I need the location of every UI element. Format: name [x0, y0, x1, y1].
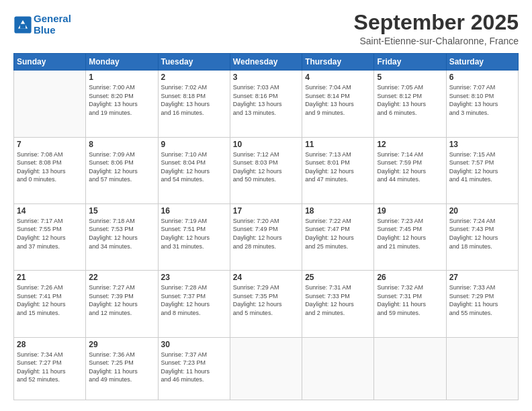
day-number: 14 [17, 206, 83, 216]
day-detail: Sunrise: 7:20 AMSunset: 7:49 PMDaylight:… [233, 217, 299, 250]
table-row: 18Sunrise: 7:22 AMSunset: 7:47 PMDayligh… [302, 203, 374, 270]
day-number: 24 [233, 273, 299, 282]
table-row: 25Sunrise: 7:31 AMSunset: 7:33 PMDayligh… [302, 271, 374, 337]
day-number: 27 [449, 273, 515, 282]
day-detail: Sunrise: 7:34 AMSunset: 7:27 PMDaylight:… [17, 351, 83, 384]
location: Saint-Etienne-sur-Chalaronne, France [354, 36, 519, 46]
table-row: 3Sunrise: 7:03 AMSunset: 8:16 PMDaylight… [230, 71, 302, 137]
table-row: 23Sunrise: 7:28 AMSunset: 7:37 PMDayligh… [158, 271, 230, 337]
table-row [230, 337, 302, 400]
col-friday: Friday [374, 54, 446, 71]
day-detail: Sunrise: 7:08 AMSunset: 8:08 PMDaylight:… [17, 150, 83, 184]
table-row: 26Sunrise: 7:32 AMSunset: 7:31 PMDayligh… [374, 271, 446, 337]
logo-icon [13, 15, 32, 34]
day-detail: Sunrise: 7:10 AMSunset: 8:04 PMDaylight:… [161, 150, 227, 184]
day-detail: Sunrise: 7:19 AMSunset: 7:51 PMDaylight:… [161, 217, 227, 250]
table-row: 1Sunrise: 7:00 AMSunset: 8:20 PMDaylight… [86, 71, 158, 137]
table-row: 6Sunrise: 7:07 AMSunset: 8:10 PMDaylight… [446, 71, 518, 137]
day-number: 11 [305, 140, 371, 149]
table-row: 28Sunrise: 7:34 AMSunset: 7:27 PMDayligh… [14, 337, 86, 400]
day-number: 5 [377, 73, 443, 82]
header: General Blue September 2025 Saint-Etienn… [13, 11, 519, 46]
svg-rect-2 [20, 24, 26, 28]
day-number: 3 [233, 73, 299, 82]
table-row: 4Sunrise: 7:04 AMSunset: 8:14 PMDaylight… [302, 71, 374, 137]
day-detail: Sunrise: 7:33 AMSunset: 7:29 PMDaylight:… [449, 283, 515, 317]
col-tuesday: Tuesday [158, 54, 230, 71]
day-number: 25 [305, 273, 371, 282]
title-block: September 2025 Saint-Etienne-sur-Chalaro… [354, 11, 519, 46]
day-number: 15 [89, 206, 154, 216]
table-row: 13Sunrise: 7:15 AMSunset: 7:57 PMDayligh… [446, 137, 518, 203]
day-number: 29 [89, 340, 154, 349]
day-detail: Sunrise: 7:00 AMSunset: 8:20 PMDaylight:… [89, 83, 154, 117]
table-row: 5Sunrise: 7:05 AMSunset: 8:12 PMDaylight… [374, 71, 446, 137]
day-detail: Sunrise: 7:12 AMSunset: 8:03 PMDaylight:… [233, 150, 299, 184]
table-row [14, 71, 86, 137]
table-row: 11Sunrise: 7:13 AMSunset: 8:01 PMDayligh… [302, 137, 374, 203]
logo-text: General Blue [34, 13, 71, 36]
month-title: September 2025 [354, 11, 519, 34]
day-number: 18 [305, 206, 371, 216]
day-detail: Sunrise: 7:03 AMSunset: 8:16 PMDaylight:… [233, 83, 299, 117]
table-row: 8Sunrise: 7:09 AMSunset: 8:06 PMDaylight… [86, 137, 158, 203]
day-detail: Sunrise: 7:26 AMSunset: 7:41 PMDaylight:… [17, 283, 83, 317]
day-number: 26 [377, 273, 443, 282]
table-row: 10Sunrise: 7:12 AMSunset: 8:03 PMDayligh… [230, 137, 302, 203]
day-detail: Sunrise: 7:28 AMSunset: 7:37 PMDaylight:… [161, 283, 227, 317]
day-number: 28 [17, 340, 83, 349]
day-detail: Sunrise: 7:02 AMSunset: 8:18 PMDaylight:… [161, 83, 227, 117]
day-number: 13 [449, 140, 515, 149]
table-row: 17Sunrise: 7:20 AMSunset: 7:49 PMDayligh… [230, 203, 302, 270]
day-detail: Sunrise: 7:32 AMSunset: 7:31 PMDaylight:… [377, 283, 443, 317]
table-row: 22Sunrise: 7:27 AMSunset: 7:39 PMDayligh… [86, 271, 158, 337]
table-row: 19Sunrise: 7:23 AMSunset: 7:45 PMDayligh… [374, 203, 446, 270]
table-row [446, 337, 518, 400]
table-row [302, 337, 374, 400]
col-thursday: Thursday [302, 54, 374, 71]
table-row: 15Sunrise: 7:18 AMSunset: 7:53 PMDayligh… [86, 203, 158, 270]
table-row: 9Sunrise: 7:10 AMSunset: 8:04 PMDaylight… [158, 137, 230, 203]
day-number: 2 [161, 73, 227, 82]
day-detail: Sunrise: 7:15 AMSunset: 7:57 PMDaylight:… [449, 150, 515, 184]
day-number: 20 [449, 206, 515, 216]
day-detail: Sunrise: 7:22 AMSunset: 7:47 PMDaylight:… [305, 217, 371, 250]
day-number: 21 [17, 273, 83, 282]
day-number: 9 [161, 140, 227, 149]
day-number: 12 [377, 140, 443, 149]
day-detail: Sunrise: 7:27 AMSunset: 7:39 PMDaylight:… [89, 283, 154, 317]
day-number: 1 [89, 73, 154, 82]
col-monday: Monday [86, 54, 158, 71]
day-number: 17 [233, 206, 299, 216]
day-number: 22 [89, 273, 154, 282]
calendar-table: Sunday Monday Tuesday Wednesday Thursday… [13, 53, 519, 400]
day-number: 30 [161, 340, 227, 349]
day-detail: Sunrise: 7:09 AMSunset: 8:06 PMDaylight:… [89, 150, 154, 184]
col-wednesday: Wednesday [230, 54, 302, 71]
day-detail: Sunrise: 7:07 AMSunset: 8:10 PMDaylight:… [449, 83, 515, 117]
day-detail: Sunrise: 7:29 AMSunset: 7:35 PMDaylight:… [233, 283, 299, 317]
day-detail: Sunrise: 7:37 AMSunset: 7:23 PMDaylight:… [161, 351, 227, 384]
table-row: 7Sunrise: 7:08 AMSunset: 8:08 PMDaylight… [14, 137, 86, 203]
day-number: 6 [449, 73, 515, 82]
col-sunday: Sunday [14, 54, 86, 71]
day-detail: Sunrise: 7:04 AMSunset: 8:14 PMDaylight:… [305, 83, 371, 117]
table-row: 29Sunrise: 7:36 AMSunset: 7:25 PMDayligh… [86, 337, 158, 400]
day-detail: Sunrise: 7:24 AMSunset: 7:43 PMDaylight:… [449, 217, 515, 250]
day-detail: Sunrise: 7:31 AMSunset: 7:33 PMDaylight:… [305, 283, 371, 317]
page: General Blue September 2025 Saint-Etienn… [0, 0, 532, 411]
logo-line1: General [34, 13, 71, 24]
day-detail: Sunrise: 7:05 AMSunset: 8:12 PMDaylight:… [377, 83, 443, 117]
day-number: 4 [305, 73, 371, 82]
logo: General Blue [13, 13, 71, 36]
table-row: 16Sunrise: 7:19 AMSunset: 7:51 PMDayligh… [158, 203, 230, 270]
table-row: 12Sunrise: 7:14 AMSunset: 7:59 PMDayligh… [374, 137, 446, 203]
day-number: 8 [89, 140, 154, 149]
day-number: 7 [17, 140, 83, 149]
table-row: 14Sunrise: 7:17 AMSunset: 7:55 PMDayligh… [14, 203, 86, 270]
day-detail: Sunrise: 7:13 AMSunset: 8:01 PMDaylight:… [305, 150, 371, 184]
logo-line2: Blue [34, 24, 56, 36]
day-detail: Sunrise: 7:17 AMSunset: 7:55 PMDaylight:… [17, 217, 83, 250]
day-detail: Sunrise: 7:36 AMSunset: 7:25 PMDaylight:… [89, 351, 154, 384]
day-detail: Sunrise: 7:14 AMSunset: 7:59 PMDaylight:… [377, 150, 443, 184]
